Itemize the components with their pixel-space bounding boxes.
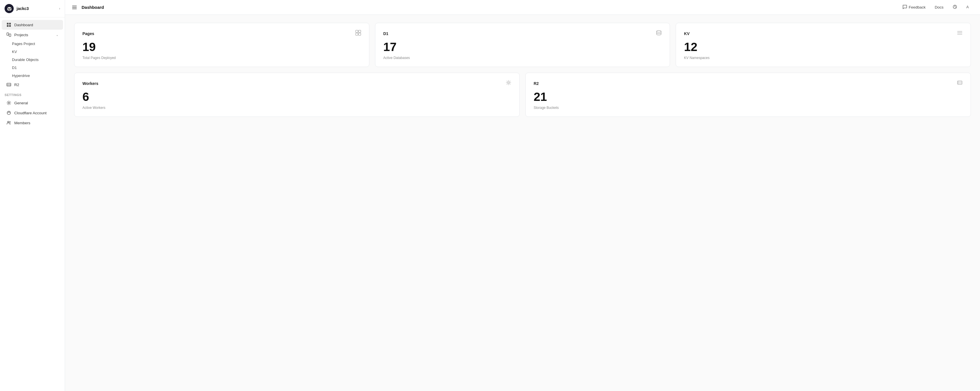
pages-project-label: Pages Project: [12, 42, 35, 46]
topbar: Dashboard Feedback Docs: [65, 0, 980, 15]
sidebar-item-hyperdrive[interactable]: Hyperdrive: [2, 72, 63, 79]
r2-card[interactable]: R2 21 Storage Buckets: [525, 73, 971, 117]
d1-card-icon: [656, 30, 662, 37]
translate-button[interactable]: A: [964, 3, 973, 11]
pages-card-header: Pages: [83, 30, 361, 37]
r2-card-icon: [957, 80, 963, 87]
r2-card-title: R2: [534, 81, 539, 86]
svg-point-32: [958, 84, 959, 84]
svg-rect-6: [7, 83, 11, 86]
feedback-button[interactable]: Feedback: [900, 3, 928, 11]
sidebar-nav: Dashboard Projects ⌄ Pages Project KV Du…: [0, 17, 65, 391]
cloudflare-account-label: Cloudflare Account: [14, 111, 46, 115]
cards-row-2: Workers 6 Active Workers R2: [74, 73, 971, 117]
projects-icon: [6, 32, 11, 37]
avatar: 🐼: [5, 4, 14, 13]
svg-point-22: [657, 30, 661, 32]
workers-label: Active Workers: [83, 106, 511, 110]
svg-rect-3: [9, 25, 11, 27]
cards-row-1: Pages 19 Total Pages Deployed: [74, 23, 971, 67]
svg-point-31: [958, 82, 959, 83]
sidebar-item-r2[interactable]: R2: [2, 80, 63, 90]
svg-text:A: A: [966, 5, 969, 9]
d1-card-title: D1: [383, 31, 388, 36]
durable-objects-label: Durable Objects: [12, 58, 38, 62]
projects-sub-items: Pages Project KV Durable Objects D1 Hype…: [0, 40, 65, 79]
settings-section-label: Settings: [0, 90, 65, 98]
workers-card-title: Workers: [83, 81, 99, 86]
sidebar-item-kv[interactable]: KV: [2, 48, 63, 55]
svg-rect-4: [7, 33, 8, 35]
r2-label: Storage Buckets: [534, 106, 963, 110]
svg-point-10: [7, 111, 11, 115]
svg-rect-15: [72, 8, 77, 9]
username-label: jackc3: [16, 6, 56, 11]
d1-count: 17: [383, 40, 662, 54]
kv-count: 12: [684, 40, 963, 54]
sidebar-item-general[interactable]: General: [2, 98, 63, 108]
feedback-label: Feedback: [909, 5, 926, 9]
general-label: General: [14, 101, 28, 105]
svg-rect-19: [358, 30, 361, 33]
pages-count: 19: [83, 40, 361, 54]
pages-label: Total Pages Deployed: [83, 56, 361, 60]
members-label: Members: [14, 121, 30, 125]
svg-point-12: [10, 122, 11, 122]
svg-point-26: [508, 82, 509, 84]
kv-card-header: KV: [684, 30, 963, 37]
hyperdrive-label: Hyperdrive: [12, 74, 30, 78]
svg-rect-1: [9, 23, 11, 24]
sidebar-item-d1[interactable]: D1: [2, 64, 63, 71]
r2-card-header: R2: [534, 80, 963, 87]
workers-card-icon: [506, 80, 511, 87]
feedback-icon: [902, 5, 907, 10]
sidebar-item-dashboard[interactable]: Dashboard: [2, 20, 63, 30]
r2-label: R2: [14, 83, 19, 87]
r2-count: 21: [534, 90, 963, 103]
sidebar: 🐼 jackc3 › Dashboard: [0, 0, 65, 391]
d1-card-header: D1: [383, 30, 662, 37]
svg-point-30: [958, 81, 959, 82]
d1-label: Active Databases: [383, 56, 662, 60]
kv-card-title: KV: [684, 31, 689, 36]
docs-button[interactable]: Docs: [932, 4, 946, 11]
dashboard-content: Pages 19 Total Pages Deployed: [65, 15, 980, 125]
kv-card[interactable]: KV 12 KV Namespaces: [676, 23, 971, 67]
svg-rect-2: [7, 25, 8, 27]
sidebar-item-pages-project[interactable]: Pages Project: [2, 40, 63, 47]
projects-label: Projects: [14, 33, 28, 37]
activity-button[interactable]: [950, 3, 959, 11]
kv-card-icon: [957, 30, 963, 37]
sidebar-header[interactable]: 🐼 jackc3 ›: [0, 0, 65, 17]
svg-rect-13: [72, 6, 77, 6]
svg-rect-18: [356, 30, 358, 33]
svg-rect-0: [7, 23, 8, 24]
r2-icon: [6, 82, 11, 87]
workers-card[interactable]: Workers 6 Active Workers: [74, 73, 520, 117]
svg-point-9: [8, 102, 10, 104]
sidebar-item-members[interactable]: Members: [2, 118, 63, 128]
kv-label: KV Namespaces: [684, 56, 963, 60]
page-title: Dashboard: [81, 5, 896, 10]
gear-icon: [6, 100, 11, 106]
d1-label: D1: [12, 65, 17, 70]
sidebar-item-cloudflare-account[interactable]: Cloudflare Account: [2, 108, 63, 118]
dashboard-label: Dashboard: [14, 23, 33, 27]
cloudflare-icon: [6, 110, 11, 116]
dashboard-icon: [6, 22, 11, 27]
d1-card[interactable]: D1 17 Active Databases: [375, 23, 670, 67]
sidebar-item-durable-objects[interactable]: Durable Objects: [2, 56, 63, 63]
chevron-down-icon: ›: [59, 6, 60, 11]
topbar-actions: Feedback Docs A: [900, 3, 973, 11]
svg-rect-21: [358, 33, 361, 35]
members-icon: [6, 120, 11, 125]
svg-rect-14: [72, 7, 77, 8]
activity-icon: [953, 5, 957, 10]
sidebar-toggle-button[interactable]: [72, 5, 77, 10]
svg-rect-5: [9, 34, 11, 36]
svg-rect-20: [356, 33, 358, 35]
sidebar-item-projects[interactable]: Projects ⌄: [2, 30, 63, 40]
pages-card-icon: [355, 30, 361, 37]
translate-icon: A: [966, 5, 971, 10]
pages-card[interactable]: Pages 19 Total Pages Deployed: [74, 23, 369, 67]
